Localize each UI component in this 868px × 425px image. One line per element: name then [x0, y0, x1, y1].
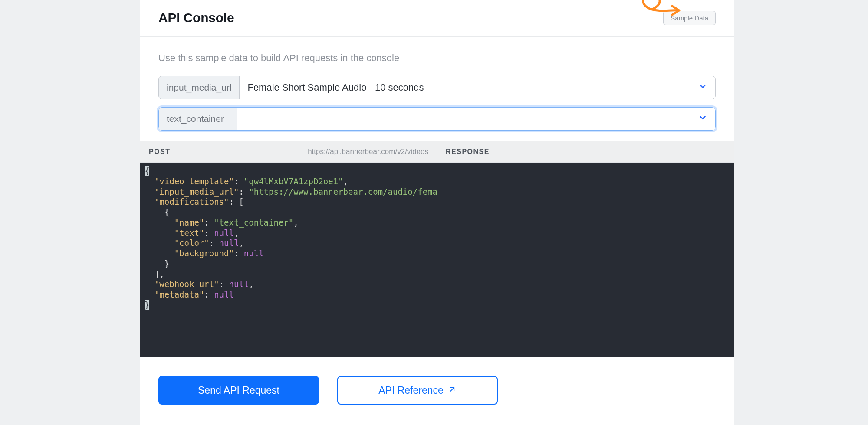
text-container-select[interactable]: [237, 108, 715, 130]
input-media-url-field: input_media_url Female Short Sample Audi…: [158, 76, 716, 99]
svg-line-0: [450, 387, 454, 391]
input-media-url-select[interactable]: Female Short Sample Audio - 10 seconds: [240, 76, 715, 99]
chevron-down-icon: [698, 113, 707, 125]
text-container-field: text_container: [158, 107, 716, 131]
code-header-bar: POST https://api.bannerbear.com/v2/video…: [140, 141, 734, 163]
select-value: Female Short Sample Audio - 10 seconds: [247, 82, 424, 93]
request-json[interactable]: { "video_template": "qw4lMxbV7A1zpD2oe1"…: [140, 163, 437, 357]
response-json[interactable]: [437, 163, 734, 357]
response-header: RESPONSE: [437, 141, 734, 162]
controls: input_media_url Female Short Sample Audi…: [140, 68, 734, 141]
code-body: { "video_template": "qw4lMxbV7A1zpD2oe1"…: [140, 163, 734, 357]
sample-data-button[interactable]: Sample Data: [663, 11, 716, 25]
field-label: text_container: [159, 108, 237, 130]
response-label: RESPONSE: [446, 148, 490, 156]
intro-text: Use this sample data to build API reques…: [140, 37, 734, 68]
chevron-down-icon: [698, 82, 707, 94]
page-title: API Console: [158, 10, 234, 25]
api-console-card: API Console Sample Data Use this sample …: [140, 0, 734, 425]
post-header: POST https://api.bannerbear.com/v2/video…: [140, 141, 437, 162]
api-reference-label: API Reference: [378, 385, 444, 396]
send-api-request-button[interactable]: Send API Request: [158, 376, 319, 405]
endpoint-url: https://api.bannerbear.com/v2/videos: [308, 147, 428, 156]
card-header: API Console Sample Data: [140, 0, 734, 37]
external-link-icon: [448, 385, 457, 396]
post-label: POST: [149, 148, 171, 156]
field-label: input_media_url: [159, 76, 240, 99]
actions-row: Send API Request API Reference: [140, 357, 734, 423]
api-reference-button[interactable]: API Reference: [337, 376, 498, 405]
